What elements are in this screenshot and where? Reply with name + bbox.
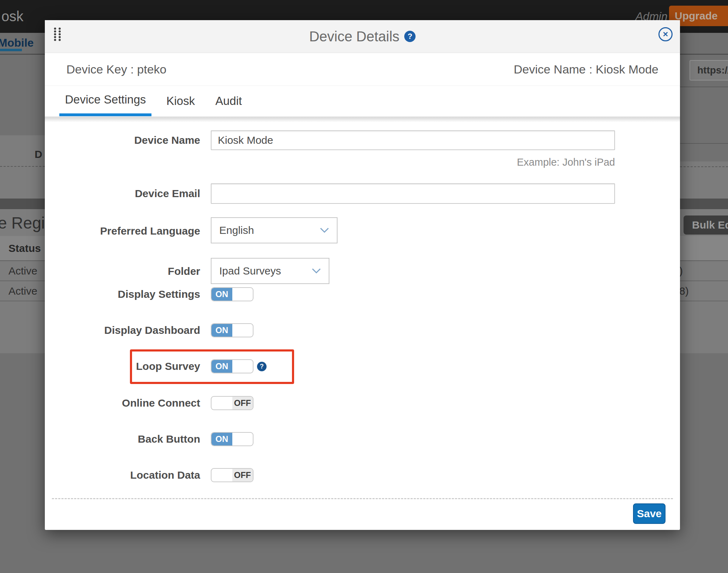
status-column-header: Status: [8, 236, 41, 260]
count-cell-fragment: 8): [679, 281, 689, 301]
url-field[interactable]: https://c: [690, 60, 728, 81]
background-dashed-divider-left: [0, 166, 45, 167]
tab-mobile[interactable]: Mobile: [0, 36, 34, 49]
background-panel-right: [680, 161, 728, 199]
device-details-modal: Device Details ? ✕ Device Key : pteko De…: [45, 20, 680, 530]
modal-header: Device Details ? ✕: [45, 20, 680, 53]
tab-device-settings[interactable]: Device Settings: [59, 86, 151, 116]
online-connect-toggle[interactable]: OFF: [211, 396, 253, 410]
preferred-language-select[interactable]: English: [211, 217, 338, 243]
toggle-state: OFF: [232, 397, 253, 409]
background-panel-left: D: [0, 135, 45, 199]
online-connect-label: Online Connect: [94, 396, 200, 410]
device-key-text: Device Key : pteko: [66, 63, 166, 76]
folder-select[interactable]: Ipad Surveys: [211, 258, 329, 284]
tab-audit[interactable]: Audit: [210, 86, 247, 116]
device-email-label: Device Email: [94, 187, 200, 201]
loop-survey-label: Loop Survey: [94, 359, 200, 373]
toggle-state: OFF: [232, 469, 253, 482]
modal-tab-bar: Device Settings Kiosk Audit: [45, 86, 680, 117]
background-toolbar-right: https://c: [680, 55, 728, 87]
url-field-value: https://c: [690, 61, 728, 80]
status-cell: Active: [8, 281, 37, 301]
folder-value: Ipad Surveys: [219, 265, 281, 277]
location-data-label: Location Data: [94, 468, 200, 482]
background-divider: [680, 143, 728, 144]
display-settings-toggle[interactable]: ON: [211, 287, 253, 301]
loop-survey-help-icon[interactable]: ?: [257, 362, 267, 371]
device-name-helper: Example: John's iPad: [403, 156, 615, 168]
footer-divider: [52, 498, 673, 499]
background-label-fragment: D: [35, 148, 42, 160]
back-button-toggle[interactable]: ON: [211, 432, 253, 446]
device-email-input[interactable]: [211, 183, 615, 204]
toggle-state: ON: [211, 324, 232, 337]
tab-mobile-underline: [0, 49, 22, 51]
help-icon[interactable]: ?: [404, 31, 416, 42]
close-icon[interactable]: ✕: [658, 27, 673, 41]
folder-label: Folder: [94, 264, 200, 278]
display-settings-label: Display Settings: [94, 287, 200, 301]
toggle-state: ON: [211, 433, 232, 445]
chevron-down-icon: [320, 228, 329, 233]
location-data-toggle[interactable]: OFF: [211, 468, 253, 482]
toggle-state: ON: [211, 288, 232, 301]
app-logo: osk: [1, 8, 23, 24]
device-name-input[interactable]: [211, 130, 615, 150]
back-button-label: Back Button: [94, 432, 200, 446]
toggle-state: ON: [211, 360, 232, 373]
loop-survey-toggle[interactable]: ON: [211, 359, 253, 373]
screen: osk Admin Upgrade Now Mobile D https://c…: [0, 0, 728, 573]
device-name-label: Device Name: [94, 133, 200, 147]
tab-bar-shadow: [45, 117, 680, 122]
modal-title: Device Details: [309, 29, 400, 45]
device-key-row: Device Key : pteko Device Name : Kiosk M…: [45, 53, 680, 86]
display-dashboard-toggle[interactable]: ON: [211, 323, 253, 337]
save-button[interactable]: Save: [633, 503, 666, 524]
background-dashed-divider-right: [680, 166, 728, 167]
preferred-language-value: English: [219, 224, 254, 236]
bulk-edit-button[interactable]: Bulk Edit F: [684, 215, 728, 235]
tab-kiosk[interactable]: Kiosk: [161, 86, 201, 116]
chevron-down-icon: [312, 268, 321, 274]
device-name-text: Device Name : Kiosk Mode: [514, 63, 658, 76]
display-dashboard-label: Display Dashboard: [94, 323, 200, 337]
preferred-language-label: Preferred Language: [94, 224, 200, 238]
status-cell: Active: [8, 261, 37, 280]
